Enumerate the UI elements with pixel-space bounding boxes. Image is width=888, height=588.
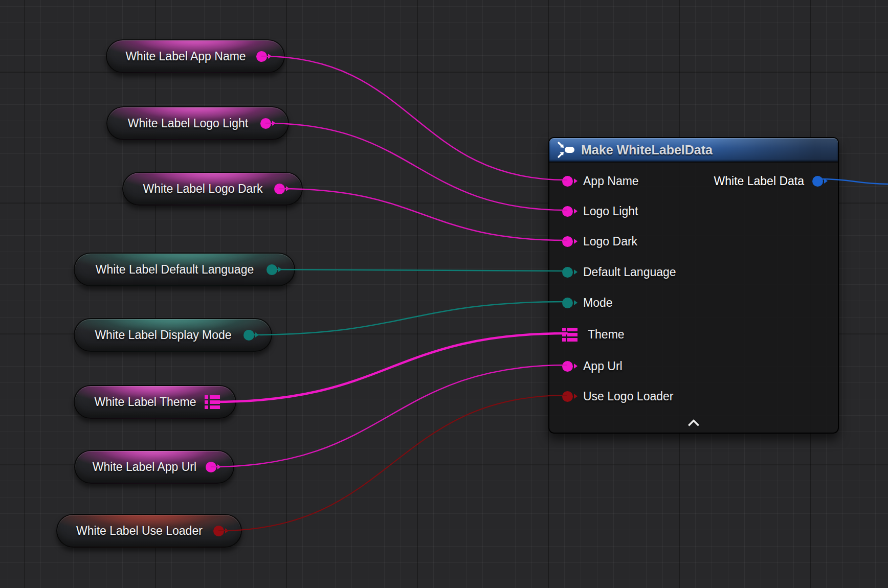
- chevron-up-icon[interactable]: [685, 417, 702, 429]
- input-pin-label: App Name: [583, 174, 639, 188]
- make-node-header[interactable]: Make WhiteLabelData: [549, 138, 838, 163]
- variable-node-label: White Label Use Loader: [72, 524, 226, 538]
- output-pin-label: White Label Data: [714, 174, 804, 188]
- enum-pin[interactable]: [562, 267, 573, 278]
- wire-white-label-logo-light[interactable]: [266, 123, 567, 210]
- wire-white-label-logo-dark[interactable]: [280, 189, 567, 240]
- variable-node-white-label-theme[interactable]: White Label Theme: [74, 385, 236, 419]
- input-pin-row-theme: Theme: [562, 324, 625, 345]
- blueprint-graph-canvas[interactable]: White Label App NameWhite Label Logo Lig…: [0, 0, 888, 588]
- input-pin-row-logo-light: Logo Light: [562, 200, 638, 222]
- input-pin-row-use-logo-loader: Use Logo Loader: [562, 386, 673, 407]
- make-struct-icon: [557, 141, 575, 159]
- white-label-data-output-pin[interactable]: [812, 176, 823, 187]
- input-pin-label: Use Logo Loader: [583, 390, 673, 403]
- variable-node-white-label-app-url[interactable]: White Label App Url: [74, 450, 234, 484]
- variable-node-white-label-logo-dark[interactable]: White Label Logo Dark: [122, 172, 303, 206]
- wire-white-label-app-name[interactable]: [262, 56, 567, 180]
- variable-node-label: White Label Theme: [90, 395, 219, 409]
- variable-node-label: White Label Default Language: [92, 263, 277, 277]
- variable-node-label: White Label Logo Dark: [139, 182, 286, 196]
- input-pin-row-logo-dark: Logo Dark: [562, 231, 637, 252]
- wire-white-label-use-loader[interactable]: [219, 395, 567, 531]
- string-pin[interactable]: [562, 361, 573, 372]
- output-pin-row: White Label Data: [714, 170, 823, 192]
- string-pin[interactable]: [562, 176, 573, 187]
- variable-node-label: White Label Logo Light: [124, 117, 272, 130]
- input-pin-label: Mode: [583, 296, 613, 310]
- input-pin-label: Logo Dark: [583, 235, 637, 248]
- variable-node-white-label-use-loader[interactable]: White Label Use Loader: [56, 514, 242, 548]
- string-pin[interactable]: [562, 236, 573, 247]
- wire-white-label-display-mode[interactable]: [249, 302, 567, 335]
- variable-node-label: White Label App Url: [88, 460, 220, 474]
- string-pin[interactable]: [562, 206, 573, 217]
- make-node-title: Make WhiteLabelData: [581, 143, 713, 157]
- input-pin-row-default-language: Default Language: [562, 261, 676, 283]
- variable-node-white-label-app-name[interactable]: White Label App Name: [106, 39, 285, 73]
- wire-white-label-app-url[interactable]: [211, 365, 567, 467]
- variable-node-white-label-display-mode[interactable]: White Label Display Mode: [74, 318, 272, 352]
- bool-pin[interactable]: [562, 391, 573, 402]
- input-pin-row-app-url: App Url: [562, 355, 623, 377]
- variable-node-white-label-default-language[interactable]: White Label Default Language: [74, 253, 295, 286]
- enum-pin[interactable]: [562, 298, 573, 308]
- make-whitelabeldata-node[interactable]: Make WhiteLabelData App NameLogo LightLo…: [548, 137, 839, 434]
- variable-node-label: White Label Display Mode: [91, 328, 255, 342]
- input-pin-row-mode: Mode: [562, 292, 613, 313]
- variable-node-label: White Label App Name: [121, 50, 269, 63]
- variable-node-white-label-logo-light[interactable]: White Label Logo Light: [106, 106, 289, 140]
- wire-white-label-default-language[interactable]: [272, 269, 567, 271]
- input-pin-label: Theme: [588, 328, 625, 342]
- input-pin-label: Logo Light: [583, 205, 638, 218]
- input-pin-row-app-name: App Name: [562, 170, 639, 192]
- input-pin-label: App Url: [583, 359, 623, 373]
- input-pin-label: Default Language: [583, 265, 676, 279]
